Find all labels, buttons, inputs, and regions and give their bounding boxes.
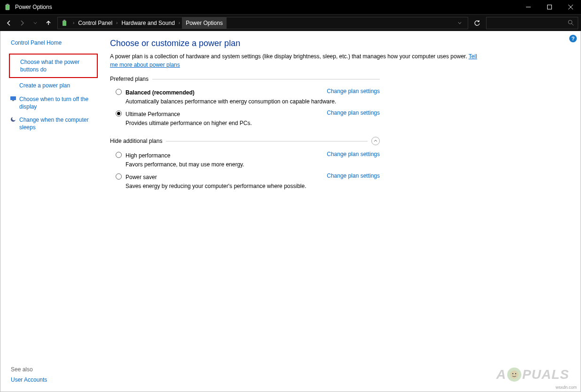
plan-description: Favors performance, but may use more ene… (126, 161, 380, 168)
plan-name: Power saver (126, 174, 157, 180)
close-button[interactable] (560, 0, 581, 14)
svg-point-15 (512, 373, 513, 374)
plan-description: Automatically balances performance with … (126, 98, 380, 105)
breadcrumb-control-panel[interactable]: Control Panel (76, 17, 114, 29)
main-panel: Choose or customize a power plan A power… (102, 31, 581, 392)
source-credit: wsxdn.com (556, 385, 577, 390)
sidebar-link-computer-sleeps[interactable]: Change when the computer sleeps (9, 113, 98, 134)
nav-bar: › Control Panel › Hardware and Sound › P… (0, 14, 581, 31)
svg-point-13 (12, 117, 16, 120)
power-plan-option: Power saverChange plan settingsSaves ene… (110, 170, 380, 191)
sidebar-link-label: Change when the computer sleeps (19, 117, 88, 131)
chevron-right-icon[interactable]: › (71, 20, 76, 25)
sidebar-link-label: Choose when to turn off the display (19, 96, 88, 110)
search-icon (568, 20, 574, 26)
back-button[interactable] (3, 17, 15, 29)
window-controls (518, 0, 581, 14)
breadcrumb-hardware-sound[interactable]: Hardware and Sound (119, 17, 176, 29)
plan-description: Provides ultimate performance on higher … (126, 120, 380, 126)
sidebar-link-user-accounts[interactable]: User Accounts (9, 373, 98, 387)
see-also-label: See also (9, 366, 98, 373)
plan-radio[interactable] (116, 152, 122, 158)
svg-line-9 (572, 24, 573, 25)
chevron-right-icon[interactable]: › (177, 20, 182, 25)
moon-icon (10, 116, 16, 123)
plan-name: Balanced (recommended) (126, 89, 195, 96)
change-plan-settings-link[interactable]: Change plan settings (327, 151, 380, 157)
plan-description: Saves energy by reducing your computer's… (126, 183, 380, 189)
change-plan-settings-link[interactable]: Change plan settings (327, 172, 380, 179)
power-plan-option: Ultimate PerformanceChange plan settings… (110, 107, 380, 128)
window-title: Power Options (15, 4, 518, 10)
page-description: A power plan is a collection of hardware… (110, 52, 481, 69)
svg-rect-0 (6, 5, 9, 10)
power-plan-option: Balanced (recommended)Change plan settin… (110, 85, 380, 107)
plan-name: Ultimate Performance (126, 111, 180, 118)
sidebar-link-turn-off-display[interactable]: Choose when to turn off the display (9, 93, 98, 113)
svg-rect-1 (7, 4, 8, 5)
watermark-face-icon (507, 368, 521, 382)
svg-point-16 (515, 373, 516, 374)
change-plan-settings-link[interactable]: Change plan settings (327, 110, 380, 116)
breadcrumb-power-options[interactable]: Power Options (182, 17, 227, 29)
svg-point-14 (510, 370, 518, 379)
section-additional-plans: Hide additional plans (110, 137, 380, 145)
sidebar-link-label: Create a power plan (19, 82, 70, 89)
change-plan-settings-link[interactable]: Change plan settings (327, 88, 380, 94)
sidebar: Control Panel Home Choose what the power… (0, 31, 102, 392)
control-panel-home-link[interactable]: Control Panel Home (9, 39, 98, 46)
collapse-button[interactable] (371, 137, 380, 145)
plan-radio[interactable] (116, 110, 122, 117)
sidebar-link-create-plan[interactable]: Create a power plan (9, 79, 98, 92)
section-label: Hide additional plans (110, 138, 162, 144)
watermark: A PUALS (496, 367, 569, 382)
plan-radio[interactable] (116, 89, 122, 95)
chevron-right-icon[interactable]: › (114, 20, 119, 25)
sidebar-link-label: Choose what the power buttons do (20, 59, 79, 73)
forward-button[interactable] (16, 17, 28, 29)
minimize-button[interactable] (518, 0, 539, 14)
section-preferred-plans: Preferred plans (110, 76, 380, 82)
address-dropdown[interactable] (454, 17, 466, 29)
maximize-button[interactable] (539, 0, 560, 14)
page-heading: Choose or customize a power plan (110, 39, 560, 48)
power-options-icon (4, 3, 11, 11)
plan-radio[interactable] (116, 173, 122, 180)
title-bar: Power Options (0, 0, 581, 14)
content-area: ? Control Panel Home Choose what the pow… (0, 31, 581, 392)
search-box[interactable] (486, 17, 578, 29)
svg-point-8 (568, 20, 572, 24)
recent-dropdown[interactable] (29, 17, 41, 29)
sidebar-link-power-buttons[interactable]: Choose what the power buttons do (9, 54, 98, 78)
svg-rect-6 (63, 21, 66, 26)
svg-rect-10 (10, 96, 16, 100)
refresh-button[interactable] (471, 17, 483, 29)
svg-rect-11 (12, 100, 14, 101)
plan-name: High performance (126, 152, 170, 159)
location-icon (60, 18, 69, 28)
up-button[interactable] (42, 17, 55, 29)
svg-rect-7 (63, 20, 65, 21)
monitor-icon (10, 95, 16, 102)
power-plan-option: High performanceChange plan settingsFavo… (110, 148, 380, 170)
address-bar[interactable]: › Control Panel › Hardware and Sound › P… (57, 17, 468, 29)
svg-rect-3 (547, 5, 551, 9)
section-label: Preferred plans (110, 76, 149, 82)
